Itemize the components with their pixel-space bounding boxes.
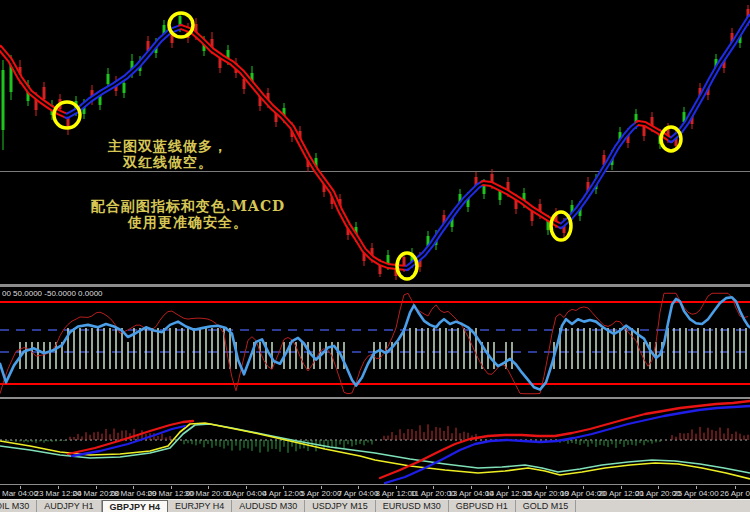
time-axis-label: 26 Apr 0 <box>720 489 750 498</box>
chart-tab-eurjpy-h4[interactable]: EURJPY H4 <box>168 500 232 512</box>
time-axis-label: Mar 04:00 <box>2 489 38 498</box>
chart-tab-bar: OIL M30AUDJPY H1GBPJPY H4EURJPY H4AUDUSD… <box>0 499 750 512</box>
chart-tab-oil-m30[interactable]: OIL M30 <box>0 500 37 512</box>
chart-tab-gbpjpy-h4[interactable]: GBPJPY H4 <box>102 500 168 512</box>
annotation-line-4: 使用更准确安全。 <box>48 214 328 230</box>
chart-tab-gold-m15[interactable]: GOLD M15 <box>516 500 577 512</box>
oscillator-values-label: 00 50.0000 -50.0000 0.0000 <box>2 289 103 298</box>
annotation-main-signal: 主图双蓝线做多， 双红线做空。 <box>38 138 298 170</box>
annotation-line-2: 双红线做空。 <box>38 154 298 170</box>
trading-terminal-window: 主图双蓝线做多， 双红线做空。 配合副图指标和变色.MACD 使用更准确安全。 … <box>0 0 750 512</box>
chart-tab-usdjpy-m15[interactable]: USDJPY M15 <box>305 500 375 512</box>
time-axis-label: 25 Apr 04:00 <box>673 489 718 498</box>
time-axis-label: 5 Apr 20:00 <box>301 489 342 498</box>
annotation-subchart-hint: 配合副图指标和变色.MACD 使用更准确安全。 <box>48 198 328 230</box>
annotation-line-1: 主图双蓝线做多， <box>38 138 298 154</box>
chart-tab-eurusd-m30[interactable]: EURUSD M30 <box>376 500 449 512</box>
annotation-line-3: 配合副图指标和变色.MACD <box>48 198 328 214</box>
time-axis-label: 1 Apr 04:00 <box>226 489 267 498</box>
oscillator-subwindow-canvas[interactable] <box>0 287 750 397</box>
time-axis-label: 7 Apr 04:00 <box>338 489 379 498</box>
time-axis-label: 4 Apr 12:00 <box>263 489 304 498</box>
macd-subwindow-canvas[interactable] <box>0 399 750 484</box>
time-axis: Mar 04:0023 Mar 12:0024 Mar 20:0028 Mar … <box>0 486 750 499</box>
time-axis-label: 30 Mar 20:00 <box>184 489 231 498</box>
chart-tab-gbpusd-h1[interactable]: GBPUSD H1 <box>449 500 516 512</box>
chart-tab-audusd-m30[interactable]: AUDUSD M30 <box>232 500 305 512</box>
chart-tab-audjpy-h1[interactable]: AUDJPY H1 <box>37 500 101 512</box>
window-separator <box>0 484 750 485</box>
